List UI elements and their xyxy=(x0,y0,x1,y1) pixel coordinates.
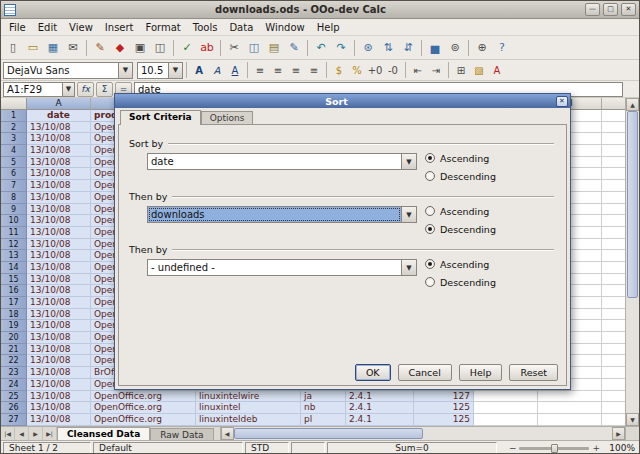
descending-radio-1[interactable]: Descending xyxy=(425,170,496,182)
zoom-slider[interactable] xyxy=(519,447,589,450)
increase-indent-icon[interactable]: ⇥ xyxy=(427,62,445,79)
cell[interactable] xyxy=(602,192,627,204)
scroll-down-icon[interactable]: ▼ xyxy=(626,413,639,426)
borders-icon[interactable]: ⊞ xyxy=(452,62,470,79)
cut-icon[interactable]: ✂ xyxy=(224,38,244,57)
email-icon[interactable]: ✉ xyxy=(63,38,83,57)
cell[interactable]: 13/10/08 xyxy=(27,402,91,414)
cell[interactable] xyxy=(602,227,627,239)
redo-icon[interactable]: ↷ xyxy=(331,38,351,57)
row-header-27[interactable]: 27 xyxy=(1,414,27,426)
cell[interactable]: linuxintelwire xyxy=(196,391,301,403)
cell[interactable]: 13/10/08 xyxy=(27,262,91,274)
cell[interactable]: 13/10/08 xyxy=(27,168,91,180)
align-right-icon[interactable]: ≡ xyxy=(287,62,305,79)
cell[interactable]: 13/10/08 xyxy=(27,122,91,134)
cell[interactable] xyxy=(602,414,627,426)
font-color-icon[interactable]: A xyxy=(488,62,506,79)
sort-ascending-icon[interactable]: ⇅ xyxy=(378,38,398,57)
descending-radio-circle[interactable] xyxy=(425,224,435,234)
cell[interactable] xyxy=(602,355,627,367)
row-header-8[interactable]: 8 xyxy=(1,192,27,204)
ascending-radio-2[interactable]: Ascending xyxy=(425,205,489,217)
row-header-1[interactable]: 1 xyxy=(1,110,27,122)
cell[interactable]: nb xyxy=(301,402,346,414)
format-paintbrush-icon[interactable]: ✎ xyxy=(284,38,304,57)
cell[interactable]: linuxinteldeb xyxy=(196,414,301,426)
sort-key-combo-2[interactable]: downloads▼ xyxy=(147,206,417,223)
cell[interactable]: 13/10/08 xyxy=(27,320,91,332)
cell[interactable]: 13/10/08 xyxy=(27,204,91,216)
cell[interactable] xyxy=(602,332,627,344)
bold-icon[interactable]: A xyxy=(190,62,208,79)
font-name-combo[interactable]: DejaVu Sans ▼ xyxy=(3,62,133,79)
cell[interactable]: 13/10/08 xyxy=(27,239,91,251)
cell[interactable] xyxy=(602,215,627,227)
row-header-7[interactable]: 7 xyxy=(1,180,27,192)
cell[interactable]: 13/10/08 xyxy=(27,215,91,227)
vertical-scroll-track[interactable] xyxy=(626,111,639,413)
row-header-16[interactable]: 16 xyxy=(1,285,27,297)
cell[interactable]: 2.4.1 xyxy=(346,414,414,426)
vertical-scroll-thumb[interactable] xyxy=(627,111,638,298)
cell[interactable]: 125 xyxy=(414,402,474,414)
next-sheet-icon[interactable]: ▶ xyxy=(29,427,43,440)
cell[interactable]: linuxintel xyxy=(196,402,301,414)
cell[interactable] xyxy=(602,145,627,157)
percent-icon[interactable]: % xyxy=(348,62,366,79)
menu-item-insert[interactable]: Insert xyxy=(99,21,140,34)
delete-decimal-icon[interactable]: -0 xyxy=(384,62,402,79)
align-justify-icon[interactable]: ≡ xyxy=(305,62,323,79)
cell[interactable] xyxy=(602,122,627,134)
cell[interactable]: ja xyxy=(301,391,346,403)
cell[interactable] xyxy=(602,402,627,414)
row-header-10[interactable]: 10 xyxy=(1,215,27,227)
descending-radio-circle[interactable] xyxy=(425,277,435,287)
cell[interactable] xyxy=(538,414,602,426)
chevron-down-icon[interactable]: ▼ xyxy=(401,154,416,169)
cell[interactable] xyxy=(602,180,627,192)
page-preview-icon[interactable]: ◫ xyxy=(150,38,170,57)
help-button[interactable]: Help xyxy=(459,364,503,381)
row-header-6[interactable]: 6 xyxy=(1,168,27,180)
zoom-slider-thumb[interactable] xyxy=(551,444,558,453)
cell[interactable]: 13/10/08 xyxy=(27,192,91,204)
insert-chart-icon[interactable]: ▅ xyxy=(425,38,445,57)
cell[interactable]: 13/10/08 xyxy=(27,332,91,344)
prev-sheet-icon[interactable]: ◀ xyxy=(15,427,29,440)
font-size-combo[interactable]: 10.5 ▼ xyxy=(137,62,183,79)
row-header-4[interactable]: 4 xyxy=(1,145,27,157)
print-icon[interactable]: ▣ xyxy=(130,38,150,57)
menu-item-edit[interactable]: Edit xyxy=(32,21,63,34)
cell[interactable]: 125 xyxy=(414,414,474,426)
italic-icon[interactable]: A xyxy=(208,62,226,79)
descending-radio-2[interactable]: Descending xyxy=(425,223,496,235)
menu-item-help[interactable]: Help xyxy=(311,21,346,34)
descending-radio-3[interactable]: Descending xyxy=(425,276,496,288)
row-header-22[interactable]: 22 xyxy=(1,355,27,367)
cell[interactable]: 2.4.1 xyxy=(346,391,414,403)
cell[interactable] xyxy=(602,391,627,403)
new-icon[interactable]: ▯ xyxy=(3,38,23,57)
dialog-close-icon[interactable]: ✕ xyxy=(556,96,568,107)
cell[interactable] xyxy=(602,239,627,251)
menu-item-format[interactable]: Format xyxy=(140,21,187,34)
cell[interactable] xyxy=(602,344,627,356)
chevron-down-icon[interactable]: ▼ xyxy=(168,63,182,78)
tab-options[interactable]: Options xyxy=(201,111,254,124)
cell[interactable]: 13/10/08 xyxy=(27,297,91,309)
currency-icon[interactable]: $ xyxy=(330,62,348,79)
last-sheet-icon[interactable]: ▶| xyxy=(43,427,57,440)
maximize-icon[interactable]: □ xyxy=(603,3,618,16)
chevron-down-icon[interactable]: ▼ xyxy=(401,207,416,222)
sort-key-field-1[interactable]: date▼ xyxy=(147,153,417,170)
sort-key-combo-3[interactable]: - undefined -▼ xyxy=(147,259,417,276)
row-header-17[interactable]: 17 xyxy=(1,297,27,309)
ascending-radio-circle[interactable] xyxy=(425,153,435,163)
name-box[interactable]: A1:F29 ▼ xyxy=(3,82,75,97)
row-header-20[interactable]: 20 xyxy=(1,332,27,344)
cell[interactable] xyxy=(474,402,538,414)
row-header-15[interactable]: 15 xyxy=(1,274,27,286)
ascending-radio-circle[interactable] xyxy=(425,206,435,216)
row-header-9[interactable]: 9 xyxy=(1,204,27,216)
